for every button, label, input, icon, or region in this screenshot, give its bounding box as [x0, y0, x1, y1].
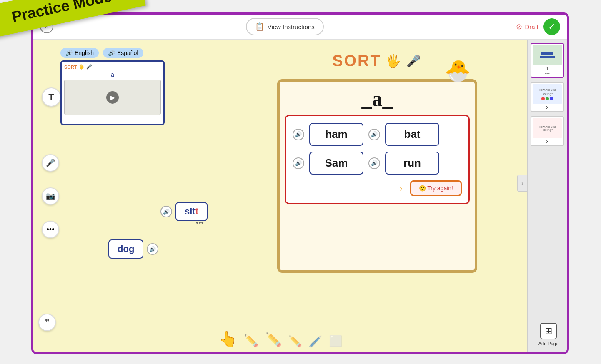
- bottom-toolbar: 👆 ✏️ ✏️ ✏️ 🖊️: [219, 330, 342, 348]
- thumb2-image: How Are You Feeling?: [533, 84, 562, 104]
- duck-decoration: 🐣: [445, 59, 471, 83]
- sound-icon-english: 🔊: [65, 50, 73, 56]
- check-button[interactable]: ✓: [543, 18, 560, 35]
- thumb1-number: 1: [533, 66, 562, 71]
- mic-toolbar-button[interactable]: 🎤: [42, 154, 59, 172]
- canvas-area: 🔊 English 🔊 Español T SORT 🖐 🎤: [33, 40, 527, 352]
- sound-icon: 🔊: [371, 131, 378, 137]
- mic-icon: 🎤: [46, 158, 55, 167]
- instructions-icon: 📋: [255, 22, 264, 31]
- top-right-actions: ⊘ Draft ✓: [516, 18, 560, 35]
- more-icon: •••: [47, 225, 55, 234]
- mini-preview-title: SORT 🖐 🎤: [64, 64, 161, 70]
- cursor-tool[interactable]: 👆: [219, 330, 238, 348]
- sort-pattern: _a_: [285, 87, 470, 111]
- mini-preview-video[interactable]: ▶: [64, 80, 161, 115]
- try-again-button[interactable]: 🙂 Try again!: [410, 180, 462, 196]
- ham2-sound-button[interactable]: 🔊: [368, 129, 380, 140]
- try-again-area: → 🙂 Try again!: [293, 180, 462, 196]
- run-word-card[interactable]: run: [385, 152, 439, 175]
- thumb3-image: How Are You Feeling?: [533, 118, 562, 138]
- camera-icon: 📷: [46, 192, 55, 201]
- add-page-icon: ⊞: [545, 326, 552, 337]
- ham-sound-button[interactable]: 🔊: [293, 129, 304, 140]
- t-button[interactable]: T: [42, 87, 61, 107]
- quote-button[interactable]: ❞: [38, 314, 56, 331]
- view-instructions-button[interactable]: 📋 View Instructions: [246, 18, 324, 35]
- sound-icon-spanish: 🔊: [108, 50, 115, 56]
- thumb1-dots: •••: [533, 71, 562, 76]
- dog-word-card: dog: [108, 239, 143, 259]
- camera-toolbar-button[interactable]: 📷: [42, 187, 59, 205]
- sound-icon: 🔊: [295, 131, 302, 137]
- sidebar-arrow[interactable]: ›: [517, 175, 527, 192]
- play-button[interactable]: ▶: [106, 91, 119, 104]
- sort-board: SORT 🖐 🎤 🐣 _a_ 🔊: [277, 52, 477, 273]
- sound-icon: 🔊: [149, 246, 156, 252]
- sort-mic-icon: 🎤: [406, 54, 422, 68]
- sidebar-thumb-3[interactable]: How Are You Feeling? 3: [531, 116, 564, 146]
- dog-sound-button[interactable]: 🔊: [147, 243, 158, 255]
- sit-more-options[interactable]: •••: [196, 219, 204, 227]
- sit-sound-button[interactable]: 🔊: [160, 206, 172, 217]
- lang-buttons: 🔊 English 🔊 Español: [60, 48, 143, 58]
- dog-card: dog 🔊: [108, 239, 158, 259]
- draft-button[interactable]: ⊘ Draft: [516, 22, 538, 31]
- thumb1-image: [533, 45, 562, 65]
- draft-icon: ⊘: [516, 22, 522, 31]
- sidebar-thumb-2[interactable]: How Are You Feeling? 2: [531, 82, 564, 112]
- sort-words-box: 🔊 ham 🔊 bat 🔊: [285, 115, 470, 204]
- mini-preview-card: SORT 🖐 🎤 _a_ ▶: [60, 60, 165, 125]
- bat-word-card[interactable]: bat: [385, 123, 439, 146]
- sound-icon: 🔊: [295, 160, 302, 166]
- english-button[interactable]: 🔊 English: [60, 48, 99, 58]
- thumb3-number: 3: [533, 139, 562, 144]
- more-options-button[interactable]: •••: [42, 221, 59, 238]
- sort-hand-icon: 🖐: [386, 54, 402, 68]
- sort-title: SORT 🖐 🎤: [332, 52, 422, 70]
- main-content: 🔊 English 🔊 Español T SORT 🖐 🎤: [33, 40, 567, 352]
- thumb2-number: 2: [533, 105, 562, 110]
- sound-icon: 🔊: [163, 209, 170, 215]
- top-bar: × 📋 View Instructions ⊘ Draft ✓: [33, 15, 567, 40]
- pencil2-tool[interactable]: ✏️: [265, 332, 282, 348]
- mini-sort-icon: 🖐: [79, 64, 85, 70]
- sidebar-thumb-1[interactable]: 1 •••: [531, 43, 564, 78]
- arrow-right: →: [392, 181, 405, 196]
- sort-board-inner: 🐣 _a_ 🔊 ham 🔊: [277, 79, 477, 273]
- right-sidebar: 1 ••• How Are You Feeling?: [527, 40, 567, 352]
- sort-word-row-1: 🔊 ham 🔊 bat: [293, 123, 462, 146]
- spanish-button[interactable]: 🔊 Español: [103, 48, 143, 58]
- eraser-tool[interactable]: ⬜: [329, 335, 342, 348]
- run-sound-button[interactable]: 🔊: [368, 157, 380, 169]
- sound-icon: 🔊: [371, 160, 378, 166]
- sort-word-row-2: 🔊 Sam 🔊 run: [293, 152, 462, 175]
- ham-word-card[interactable]: ham: [309, 123, 363, 146]
- mini-preview-pattern: _a_: [64, 71, 161, 78]
- pencil3-tool[interactable]: ✏️: [289, 335, 302, 348]
- sam-sound-button[interactable]: 🔊: [293, 157, 304, 169]
- sam-word-card[interactable]: Sam: [309, 152, 363, 175]
- app-container: × 📋 View Instructions ⊘ Draft ✓ 🔊 Englis…: [31, 12, 569, 354]
- mini-mic-icon: 🎤: [86, 64, 92, 70]
- marker-tool[interactable]: 🖊️: [309, 335, 322, 348]
- pencil1-tool[interactable]: ✏️: [244, 334, 259, 348]
- add-page-button[interactable]: ⊞ Add Page: [538, 323, 558, 346]
